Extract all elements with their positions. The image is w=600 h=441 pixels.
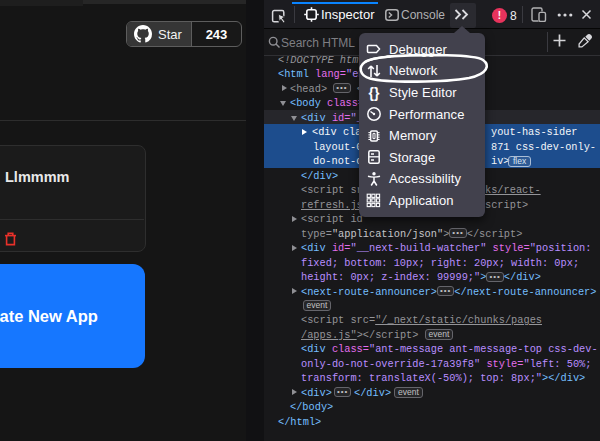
svg-text:{}: {} (369, 85, 380, 101)
